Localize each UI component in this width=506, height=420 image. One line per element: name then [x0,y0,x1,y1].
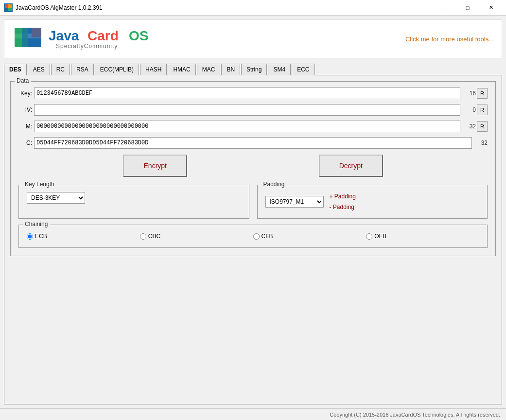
padding-group: Padding NoPadding ISO9797_M1 ISO9797_M2 … [257,185,488,219]
status-text: Copyright (C) 2015-2016 JavaCardOS Techn… [330,412,500,418]
m-input[interactable] [34,121,460,132]
window-content: Java Card OS SpecialtyCommunity Click me… [0,16,506,408]
tab-hmac[interactable]: HMAC [168,64,195,75]
action-buttons: Encrypt Decrypt [18,155,488,177]
chaining-ecb-radio[interactable] [27,233,33,240]
svg-text:Card: Card [87,28,119,43]
main-panel: Data Key: 16 R IV: 0 R M: 32 R [4,75,502,404]
tab-bn[interactable]: BN [221,64,240,75]
m-count: 32 [462,123,476,130]
chaining-options: ECB CBC CFB OFB [27,230,479,240]
titlebar: JavaCardOS AlgMaster 1.0.2.391 ─ □ ✕ [0,0,506,16]
svg-text:OS: OS [129,28,148,43]
c-input[interactable] [34,137,472,149]
key-length-label: Key Length [23,181,56,188]
chaining-cfb-label: CFB [262,233,273,240]
c-label: C: [18,140,32,146]
chaining-group: Chaining ECB CBC CFB [18,225,488,248]
tab-hash[interactable]: HASH [140,64,167,75]
m-row: M: 32 R [18,121,488,132]
chaining-cbc-label: CBC [148,233,160,240]
chaining-ecb-option[interactable]: ECB [27,233,140,240]
key-count: 16 [462,90,476,97]
iv-r-button[interactable]: R [477,105,488,115]
status-bar: Copyright (C) 2015-2016 JavaCardOS Techn… [0,408,506,420]
tab-mac[interactable]: MAC [197,64,221,75]
key-input[interactable] [34,88,460,99]
data-group-label: Data [15,77,31,84]
data-group: Data Key: 16 R IV: 0 R M: 32 R [10,81,496,256]
chaining-ecb-label: ECB [35,233,47,240]
remove-padding-button[interactable]: - Padding [328,203,358,211]
tab-ecc-mplib[interactable]: ECC(MPLIB) [95,64,139,75]
svg-rect-3 [8,4,12,8]
close-button[interactable]: ✕ [480,0,502,16]
chaining-ofb-radio[interactable] [366,233,372,240]
padding-buttons: + Padding - Padding [328,192,358,211]
iv-row: IV: 0 R [18,104,488,116]
maximize-button[interactable]: □ [456,0,479,16]
tab-aes[interactable]: AES [28,64,50,75]
key-length-select[interactable]: DES-1KEY DES-2KEY DES-3KEY [27,192,85,204]
tab-ecc[interactable]: ECC [292,64,314,75]
iv-count: 0 [462,106,476,113]
add-padding-button[interactable]: + Padding [328,192,358,201]
key-length-group: Key Length DES-1KEY DES-2KEY DES-3KEY [18,185,249,219]
tab-string[interactable]: String [241,64,267,75]
minimize-button[interactable]: ─ [433,0,455,16]
chaining-ofb-option[interactable]: OFB [366,233,479,240]
padding-select[interactable]: NoPadding ISO9797_M1 ISO9797_M2 PKCS5 [265,196,324,208]
chaining-cfb-radio[interactable] [253,233,260,240]
logo-svg: Java Card OS SpecialtyCommunity [12,24,221,54]
logo-container: Java Card OS SpecialtyCommunity [12,24,221,54]
encrypt-button[interactable]: Encrypt [123,155,187,177]
svg-rect-2 [8,8,12,11]
padding-label: Padding [262,181,287,188]
svg-text:SpecialtyCommunity: SpecialtyCommunity [56,43,118,50]
app-icon [4,3,13,12]
svg-rect-8 [22,28,41,47]
chaining-ofb-label: OFB [374,233,386,240]
tab-des[interactable]: DES [4,64,27,75]
c-count: 32 [474,140,488,146]
iv-label: IV: [18,106,32,113]
chaining-cbc-radio[interactable] [140,233,146,240]
options-row: Key Length DES-1KEY DES-2KEY DES-3KEY Pa… [18,185,488,219]
m-label: M: [18,123,32,130]
c-row: C: 32 [18,137,488,149]
m-r-button[interactable]: R [477,121,488,132]
padding-content: NoPadding ISO9797_M1 ISO9797_M2 PKCS5 + … [265,190,480,211]
app-title: JavaCardOS AlgMaster 1.0.2.391 [16,4,433,11]
more-tools-link[interactable]: Click me for more useful tools... [405,35,494,43]
key-label: Key: [18,90,32,97]
window-controls: ─ □ ✕ [433,0,502,16]
tab-rc[interactable]: RC [51,64,70,75]
logo-bar: Java Card OS SpecialtyCommunity Click me… [4,19,502,58]
chaining-cfb-option[interactable]: CFB [253,233,366,240]
chaining-group-label: Chaining [23,221,50,228]
svg-rect-1 [5,4,8,8]
chaining-cbc-option[interactable]: CBC [140,233,253,240]
tab-rsa[interactable]: RSA [71,64,94,75]
key-r-button[interactable]: R [477,88,488,99]
tab-sm4[interactable]: SM4 [268,64,291,75]
key-row: Key: 16 R [18,88,488,99]
decrypt-button[interactable]: Decrypt [319,155,383,177]
key-length-content: DES-1KEY DES-2KEY DES-3KEY [27,190,241,204]
tabs-bar: DES AES RC RSA ECC(MPLIB) HASH HMAC MAC … [4,63,502,75]
svg-text:Java: Java [49,28,79,43]
iv-input[interactable] [34,104,460,116]
